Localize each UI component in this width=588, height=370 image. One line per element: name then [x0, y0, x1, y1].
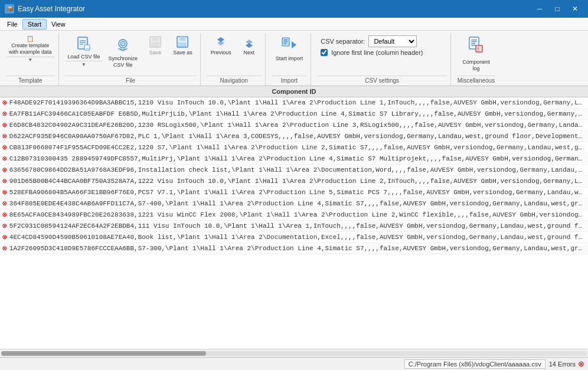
csv-separator-select[interactable]: Default Comma Semicolon Tab	[368, 35, 417, 47]
table-row[interactable]: ⊗D622ACF935E946C0A90AA0750AF67D82,PLC 1,…	[0, 131, 588, 142]
file-buttons: ... Load CSV file ▼	[65, 33, 197, 74]
svg-rect-16	[284, 41, 288, 42]
save-icon	[148, 35, 162, 49]
component-log-button[interactable]: ! Componentlog	[457, 33, 495, 74]
minimize-button[interactable]: ─	[531, 3, 548, 15]
data-area[interactable]: ⊗F48ADE92F701419396364D9BA3ABBC15,1210 V…	[0, 97, 588, 349]
synchronize-csv-button[interactable]: SynchronizeCSV file	[104, 33, 142, 71]
ribbon-group-miscellaneous: ! Componentlog Miscellaneous	[453, 33, 499, 86]
previous-label: Previous	[211, 50, 231, 55]
row-text: 528EFBA906804B5AA66F3E1BB96F76E0,PCS7 V7…	[9, 189, 586, 196]
error-count-label: 14 Errors	[549, 361, 576, 368]
csv-ignore-row: Ignore first line (column header)	[321, 49, 423, 56]
start-import-label: Start import	[276, 55, 303, 61]
table-row[interactable]: ⊗F48ADE92F701419396364D9BA3ABBC15,1210 V…	[0, 97, 588, 109]
csv-separator-label: CSV separator:	[321, 38, 365, 45]
create-template-icon: 📋	[27, 35, 34, 42]
svg-rect-9	[152, 37, 158, 41]
row-text: 1A2F26095D3C418D9E5786FCCCEAA6BB,S7-300,…	[9, 245, 586, 252]
csv-settings-area: CSV separator: Default Comma Semicolon T…	[317, 33, 447, 58]
svg-rect-20	[471, 41, 477, 42]
horizontal-scrollbar[interactable]	[0, 349, 588, 357]
scroll-track[interactable]	[1, 351, 587, 356]
create-template-button[interactable]: 📋 Create templatewith example data ▼	[6, 33, 55, 64]
create-template-arrow[interactable]: ▼	[6, 57, 55, 64]
navigation-buttons: Previous Next	[207, 33, 262, 74]
previous-button[interactable]: Previous	[207, 33, 236, 57]
svg-rect-13	[178, 42, 187, 47]
next-button[interactable]: Next	[237, 33, 262, 57]
file-group-label: File	[65, 76, 197, 86]
svg-rect-19	[471, 40, 477, 41]
load-csv-label: Load CSV file	[68, 54, 100, 60]
status-error-icon: ⊗	[578, 359, 584, 368]
row-error-icon: ⊗	[2, 210, 7, 220]
load-csv-arrow[interactable]: ▼	[65, 61, 103, 68]
table-row[interactable]: ⊗901D65B00B4C44BCAA0BF750A3528A7A,1222 V…	[0, 176, 588, 187]
status-path: C:/Program Files (x86)/vdogClient/aaaaaa…	[404, 359, 545, 369]
row-text: EA7FB11AFC39466CA1C05EABFDF E6B5D,MultiP…	[9, 110, 586, 117]
ribbon: 📋 Create templatewith example data ▼ Tem…	[0, 31, 588, 86]
next-label: Next	[243, 50, 254, 55]
table-row[interactable]: ⊗528EFBA906804B5AA66F3E1BB96F76E0,PCS7 V…	[0, 187, 588, 198]
template-group-label: Template	[6, 76, 55, 86]
svg-rect-21	[471, 43, 475, 44]
save-button[interactable]: Save	[143, 33, 168, 57]
save-as-icon	[175, 35, 190, 49]
load-csv-button[interactable]: ... Load CSV file ▼	[65, 33, 103, 68]
row-error-icon: ⊗	[2, 233, 7, 242]
save-label: Save	[149, 50, 162, 55]
row-text: CB813F0668074F1F955ACFD09E4CC2E2,1220 S7…	[9, 144, 586, 151]
status-errors: 14 Errors ⊗	[549, 359, 584, 368]
ribbon-group-navigation: Previous Next Navigation	[203, 33, 266, 86]
table-row[interactable]: ⊗8E65ACFA0CE8434989FBC20E26283638,1221 V…	[0, 209, 588, 221]
row-error-icon: ⊗	[2, 98, 7, 107]
row-text: E6D8CB4832C04902A9C31DEAFE26B20D,1230 RS…	[9, 122, 586, 129]
table-row[interactable]: ⊗E6D8CB4832C04902A9C31DEAFE26B20D,1230 R…	[0, 120, 588, 131]
row-error-icon: ⊗	[2, 132, 7, 141]
svg-rect-10	[151, 42, 159, 47]
component-log-label: Componentlog	[462, 59, 490, 72]
ignore-first-line-checkbox[interactable]	[321, 49, 328, 56]
maximize-button[interactable]: □	[549, 3, 566, 15]
load-csv-icon: ...	[76, 35, 92, 53]
ribbon-group-template: 📋 Create templatewith example data ▼ Tem…	[2, 33, 59, 86]
row-error-icon: ⊗	[2, 244, 7, 253]
row-text: 364F805E0EDE4E438C4AB6A9FFD11C7A,S7-400,…	[9, 200, 586, 207]
table-row[interactable]: ⊗1A2F26095D3C418D9E5786FCCCEAA6BB,S7-300…	[0, 243, 588, 254]
start-import-icon	[280, 35, 299, 54]
create-template-label: Create templatewith example data	[9, 42, 52, 55]
svg-point-7	[120, 41, 125, 46]
row-text: 901D65B00B4C44BCAA0BF750A3528A7A,1222 Vi…	[9, 178, 586, 185]
ignore-first-line-label: Ignore first line (column header)	[331, 49, 423, 56]
svg-rect-15	[284, 40, 288, 41]
app-icon: 📦	[5, 4, 14, 14]
row-error-icon: ⊗	[2, 188, 7, 197]
table-row[interactable]: ⊗4EC4CD84590D4590B50610108AE7EA40,Book l…	[0, 232, 588, 243]
menu-view[interactable]: View	[47, 19, 70, 29]
table-row[interactable]: ⊗5F2C931C08594124AF2EC64A2F2EBDB4,111 Vi…	[0, 221, 588, 232]
row-error-icon: ⊗	[2, 109, 7, 119]
table-row[interactable]: ⊗63656780C9864DD2BA51A9768A3EDF96,Instal…	[0, 165, 588, 176]
miscellaneous-group-label: Miscellaneous	[457, 76, 495, 86]
scroll-thumb[interactable]	[1, 351, 206, 356]
ribbon-group-csv-settings: CSV separator: Default Comma Semicolon T…	[313, 33, 451, 86]
row-error-icon: ⊗	[2, 143, 7, 152]
row-text: F48ADE92F701419396364D9BA3ABBC15,1210 Vi…	[9, 99, 586, 106]
table-row[interactable]: ⊗C12B07310300435 2889459749DFC8557,Multi…	[0, 153, 588, 165]
start-import-button[interactable]: Start import	[272, 33, 308, 64]
ribbon-group-import: Start import Import	[268, 33, 312, 86]
navigation-group-label: Navigation	[207, 76, 262, 86]
table-row[interactable]: ⊗CB813F0668074F1F955ACFD09E4CC2E2,1220 S…	[0, 142, 588, 153]
table-row[interactable]: ⊗EA7FB11AFC39466CA1C05EABFDF E6B5D,Multi…	[0, 109, 588, 120]
close-button[interactable]: ✕	[567, 3, 583, 15]
table-row[interactable]: ⊗364F805E0EDE4E438C4AB6A9FFD11C7A,S7-400…	[0, 198, 588, 209]
import-group-label: Import	[272, 76, 308, 86]
synchronize-csv-icon	[113, 35, 132, 54]
menu-start[interactable]: Start	[22, 19, 47, 30]
row-error-icon: ⊗	[2, 176, 7, 186]
menu-file[interactable]: File	[2, 19, 22, 29]
row-text: 5F2C931C08594124AF2EC64A2F2EBDB4,111 Vis…	[9, 222, 586, 230]
import-buttons: Start import	[272, 33, 308, 74]
save-as-button[interactable]: Save as	[169, 33, 197, 57]
